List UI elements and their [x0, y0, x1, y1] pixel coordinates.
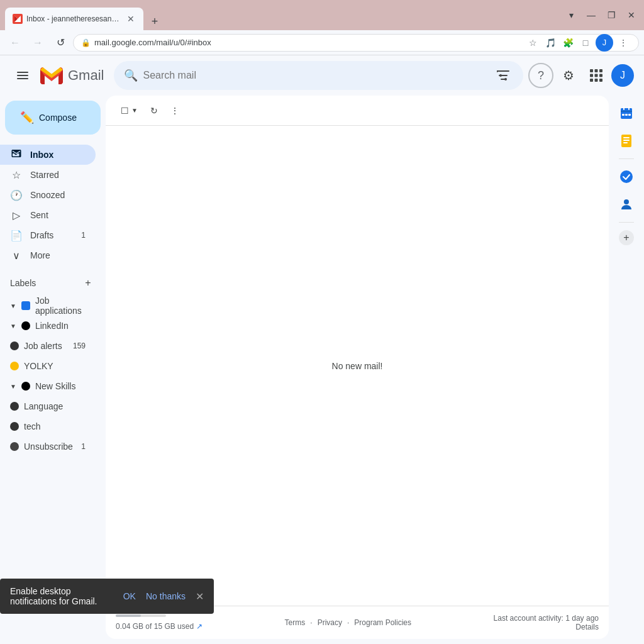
label-count-job-alerts: 159	[73, 341, 86, 350]
refresh-toolbar-button[interactable]: ↻	[145, 101, 163, 121]
compose-button[interactable]: ✏️ Compose	[5, 101, 101, 135]
privacy-link[interactable]: Privacy	[318, 618, 342, 627]
right-panel-divider	[619, 158, 634, 159]
label-item-yolky[interactable]: YOLKY	[0, 356, 96, 376]
window-minimize-button[interactable]: —	[584, 8, 599, 23]
svg-point-8	[499, 74, 502, 77]
address-field[interactable]: 🔒 mail.google.com/mail/u/0/#inbox ☆ 🎵 🧩 …	[73, 34, 639, 52]
toolbar: ☐ ▼ ↻ ⋮	[106, 96, 609, 126]
tasks-panel-button[interactable]	[614, 164, 639, 189]
label-item-new-skills[interactable]: ▼ New Skills	[0, 376, 96, 396]
label-text-unsubscribe: Unsubscribe	[24, 441, 76, 452]
calendar-panel-button[interactable]	[614, 101, 639, 126]
drafts-icon: 📄	[10, 230, 23, 242]
svg-point-29	[620, 170, 633, 183]
svg-rect-2	[17, 75, 28, 76]
label-chevron-new-skills: ▼	[10, 383, 16, 390]
refresh-button[interactable]: ↺	[50, 33, 70, 53]
label-icon-job-applications	[21, 301, 30, 310]
devices-icon[interactable]: □	[578, 35, 593, 50]
puzzle-icon[interactable]: 🧩	[560, 35, 575, 50]
select-all-button[interactable]: ☐ ▼	[116, 101, 143, 121]
label-icon-new-skills	[21, 382, 30, 391]
user-avatar[interactable]: J	[596, 34, 613, 52]
labels-header-text: Labels	[10, 278, 80, 288]
tab-close-button[interactable]: ✕	[126, 14, 136, 24]
notification-ok-button[interactable]: OK	[123, 591, 136, 601]
search-bar: 🔍	[114, 61, 523, 90]
checkbox-icon: ☐	[121, 106, 129, 116]
window-menu-button[interactable]: ▾	[564, 8, 579, 23]
svg-point-30	[624, 199, 629, 204]
main-content: ☐ ▼ ↻ ⋮ No new mail! 0.04 GB of 15 GB us…	[106, 96, 609, 639]
add-panel-button[interactable]: +	[619, 230, 634, 245]
label-item-unsubscribe[interactable]: Unsubscribe 1	[0, 436, 96, 457]
search-filter-button[interactable]	[493, 65, 513, 86]
sidebar-item-starred[interactable]: ☆ Starred	[0, 165, 96, 185]
new-tab-button[interactable]: +	[146, 13, 164, 30]
extension-icon[interactable]: 🎵	[543, 35, 558, 50]
label-icon-job-alerts	[10, 341, 19, 350]
last-activity: Last account activity: 1 day ago	[494, 614, 599, 623]
label-icon-language	[10, 402, 19, 411]
sidebar-item-drafts[interactable]: 📄 Drafts 1	[0, 225, 96, 245]
label-item-job-alerts[interactable]: Job alerts 159	[0, 336, 96, 356]
label-chevron-job-applications: ▼	[10, 303, 16, 309]
gmail-header: Gmail 🔍 ? ⚙ J	[0, 55, 644, 96]
help-button[interactable]: ?	[528, 63, 553, 88]
sent-icon: ▷	[10, 209, 23, 221]
compose-icon: ✏️	[20, 111, 34, 125]
address-text: mail.google.com/mail/u/0/#inbox	[94, 38, 521, 47]
inbox-icon	[10, 148, 23, 162]
starred-icon: ☆	[10, 169, 23, 181]
more-toolbar-button[interactable]: ⋮	[165, 101, 184, 121]
keep-panel-button[interactable]	[614, 128, 639, 153]
labels-add-button[interactable]: +	[80, 275, 96, 291]
label-icon-tech	[10, 422, 19, 431]
label-icon-linkedin	[21, 321, 30, 330]
labels-header[interactable]: Labels +	[0, 270, 106, 296]
apps-button[interactable]	[584, 63, 609, 88]
label-chevron-linkedin: ▼	[10, 323, 16, 330]
hamburger-button[interactable]	[10, 63, 35, 88]
labels-section: Labels + ▼ Job applications ▼ LinkedIn	[0, 270, 106, 457]
address-bar-row: ← → ↺ 🔒 mail.google.com/mail/u/0/#inbox …	[0, 30, 644, 55]
tab-title: Inbox - jeannetheresesanagusti...	[26, 14, 122, 23]
notification-bar: Enable desktop notifications for Gmail. …	[0, 579, 214, 614]
terms-link[interactable]: Terms	[285, 618, 306, 627]
sidebar-item-snoozed[interactable]: 🕐 Snoozed	[0, 185, 96, 205]
browser-chrome: Inbox - jeannetheresesanagusti... ✕ + ▾ …	[0, 0, 644, 30]
sidebar-item-inbox[interactable]: Inbox	[0, 145, 96, 165]
search-input[interactable]	[143, 70, 488, 81]
sidebar-item-sent[interactable]: ▷ Sent	[0, 205, 96, 225]
label-item-job-applications[interactable]: ▼ Job applications	[0, 296, 96, 316]
inbox-label: Inbox	[30, 150, 86, 160]
label-item-language[interactable]: Language	[0, 396, 96, 416]
notification-no-thanks-button[interactable]: No thanks	[146, 591, 186, 601]
svg-rect-18	[599, 79, 602, 82]
sidebar-item-more[interactable]: ∨ More	[0, 245, 96, 265]
contacts-panel-button[interactable]	[614, 192, 639, 217]
label-text-new-skills: New Skills	[35, 381, 76, 391]
active-tab[interactable]: Inbox - jeannetheresesanagusti... ✕	[5, 8, 143, 30]
back-button[interactable]: ←	[5, 33, 25, 53]
compose-label: Compose	[39, 113, 77, 123]
label-item-linkedin[interactable]: ▼ LinkedIn	[0, 316, 96, 336]
notification-close-button[interactable]: ✕	[196, 591, 204, 602]
right-panel-divider-2	[619, 222, 634, 223]
notification-text: Enable desktop notifications for Gmail.	[10, 586, 113, 606]
window-close-button[interactable]: ✕	[624, 8, 639, 23]
program-policies-link[interactable]: Program Policies	[354, 618, 411, 627]
empty-message: No new mail!	[332, 361, 383, 371]
bookmark-icon[interactable]: ☆	[525, 35, 540, 50]
account-avatar[interactable]: J	[611, 64, 634, 87]
chrome-menu-button[interactable]: ⋮	[616, 35, 631, 50]
settings-button[interactable]: ⚙	[556, 63, 581, 88]
storage-link-icon[interactable]: ↗	[196, 622, 203, 631]
svg-rect-27	[623, 140, 630, 141]
window-maximize-button[interactable]: ❐	[604, 8, 619, 23]
details-link[interactable]: Details	[575, 623, 599, 631]
starred-label: Starred	[30, 170, 86, 180]
label-item-tech[interactable]: tech	[0, 416, 96, 436]
forward-button[interactable]: →	[28, 33, 48, 53]
